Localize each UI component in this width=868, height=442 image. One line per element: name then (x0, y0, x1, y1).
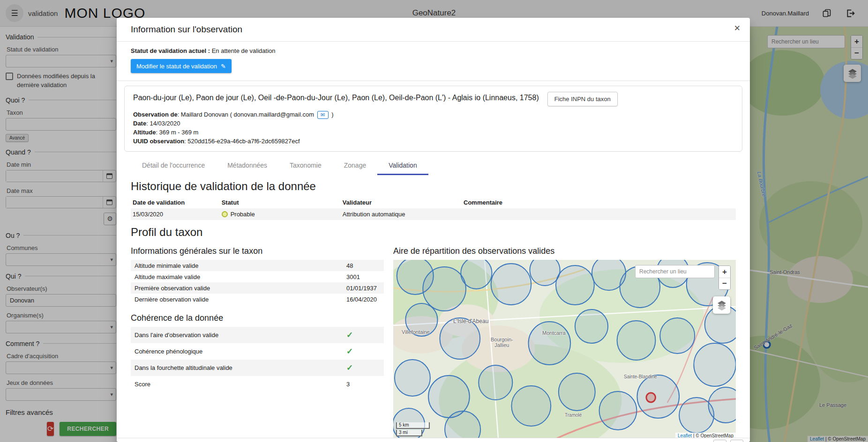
col-statut: Statut (222, 199, 343, 206)
info-value: 3001 (346, 273, 384, 280)
fiche-inpn-button[interactable]: Fiche INPN du taxon (547, 92, 618, 106)
place-label: Sainte-Blandine (624, 374, 657, 379)
infos-title: Informations générales sur le taxon (131, 246, 384, 256)
profil-columns: Informations générales sur le taxon Alti… (117, 242, 750, 439)
close-icon: ✕ (734, 24, 741, 33)
modifier-statut-button[interactable]: Modifier le statut de validation ✎ (131, 59, 232, 73)
historique-table: Date de validation Statut Validateur Com… (117, 197, 750, 220)
detail-tabs: Détail de l'occurrence Métadonnées Taxon… (131, 156, 736, 175)
map-scale-control: 5 km 3 mi (396, 422, 430, 436)
date-label: Date (133, 120, 146, 127)
info-row: Altitude maximale valide 3001 (131, 271, 384, 282)
coherence-row: Cohérence phénologique ✓ (131, 343, 384, 360)
coherence-table: Dans l'aire d'observation valide ✓ Cohér… (131, 327, 384, 392)
layers-icon (716, 300, 727, 311)
taxon-card-header: Paon-du-jour (Le), Paon de jour (Le), Oe… (133, 92, 733, 106)
uuid-value: : 520dd156-e29a-46cb-a7f6-2dc659827ecf (184, 138, 299, 145)
info-row: Première observation valide 01/01/1937 (131, 282, 384, 294)
coherence-title: Cohérence de la donnée (131, 313, 384, 323)
selected-observation-marker (646, 393, 655, 402)
statut-actuel-value: En attente de validation (212, 47, 276, 54)
envelope-icon: ✉ (321, 110, 325, 119)
score-label: Score (131, 381, 346, 388)
previous-observation-button[interactable]: ‹ (713, 440, 726, 442)
coherence-row: Dans l'aire d'observation valide ✓ (131, 327, 384, 343)
statut-actuel-label: Statut de validation actuel : (131, 47, 210, 54)
coherence-label: Cohérence phénologique (131, 348, 346, 355)
score-row: Score 3 (131, 376, 384, 392)
aire-title: Aire de répartition des observations val… (393, 246, 736, 256)
tab-zonage[interactable]: Zonage (333, 156, 377, 175)
taxon-title: Paon-du-jour (Le), Paon de jour (Le), Oe… (133, 92, 539, 104)
observation-info-modal: Information sur l'observation ✕ Statut d… (117, 18, 750, 442)
profil-left-column: Informations générales sur le taxon Alti… (131, 244, 384, 392)
info-row: Altitude minimale valide 48 (131, 260, 384, 271)
screen: Saint-Ondras Saint-André-le-Gaz Le Passa… (0, 0, 868, 442)
place-label: Montcarra (542, 330, 566, 336)
profil-title: Profil du taxon (131, 226, 736, 239)
cell-date: 15/03/2020 (131, 211, 222, 218)
uuid-label: UUID observation (133, 138, 184, 145)
place-label-line: Bourgoin- (491, 337, 513, 342)
place-label: Villefontaine (402, 329, 430, 335)
info-row: Dernière observation valide 16/04/2020 (131, 294, 384, 305)
coherence-label: Dans la fourchette altitudinale valide (131, 364, 346, 371)
distribution-map-search-input[interactable] (635, 265, 715, 278)
place-label: L'Isle-d'Abeau (453, 318, 488, 324)
cell-statut: Probable (222, 211, 343, 218)
tab-metadonnees[interactable]: Métadonnées (216, 156, 278, 175)
info-label: Première observation valide (131, 285, 346, 292)
info-label: Altitude minimale valide (131, 262, 346, 269)
close-button[interactable]: ✕ (734, 23, 741, 33)
pencil-icon: ✎ (221, 63, 226, 70)
modal-footer: ‹ › (117, 438, 750, 442)
historique-title: Historique de validation de la donnée (131, 180, 736, 193)
place-label: Bourgoin- Jallieu (491, 337, 513, 348)
email-button[interactable]: ✉ (317, 111, 329, 119)
historique-header-row: Date de validation Statut Validateur Com… (131, 197, 736, 208)
scale-mi: 3 mi (396, 430, 422, 436)
check-icon: ✓ (346, 363, 353, 372)
info-value: 01/01/1937 (346, 285, 384, 292)
col-date-validation: Date de validation (131, 199, 222, 206)
coherence-label: Dans l'aire d'observation valide (131, 332, 346, 339)
distribution-map-canvas (393, 260, 736, 439)
distribution-map[interactable]: Villefontaine L'Isle-d'Abeau Montcarra B… (393, 260, 736, 439)
observation-suffix: ) (331, 111, 333, 118)
tab-taxonomie[interactable]: Taxonomie (278, 156, 333, 175)
infos-table: Altitude minimale valide 48 Altitude max… (131, 260, 384, 305)
zoom-in-button[interactable]: + (719, 266, 730, 278)
modal-header: Information sur l'observation ✕ (117, 18, 750, 41)
uuid-line: UUID observation: 520dd156-e29a-46cb-a7f… (133, 137, 733, 146)
place-label: Tramolé (565, 413, 582, 418)
cell-validateur: Attribution automatique (343, 211, 464, 218)
layers-button[interactable] (713, 296, 730, 314)
score-value: 3 (346, 381, 384, 388)
info-value: 16/04/2020 (346, 296, 384, 303)
status-probable-icon (222, 211, 228, 217)
altitude-line: Altitude: 369 m - 369 m (133, 128, 733, 137)
col-validateur: Validateur (343, 199, 464, 206)
place-label-line: Jallieu (491, 342, 513, 348)
divider (117, 81, 750, 81)
observation-label: Observation de (133, 111, 178, 118)
check-icon: ✓ (346, 347, 353, 356)
taxon-card: Paon-du-jour (Le), Paon de jour (Le), Oe… (124, 86, 742, 152)
altitude-label: Altitude (133, 129, 156, 136)
next-observation-button[interactable]: › (730, 440, 743, 442)
info-label: Altitude maximale valide (131, 273, 346, 280)
info-value: 48 (346, 262, 384, 269)
tab-detail-occurrence[interactable]: Détail de l'occurrence (131, 156, 216, 175)
zoom-out-button[interactable]: − (719, 278, 730, 289)
historique-row: 15/03/2020 Probable Attribution automati… (131, 208, 736, 220)
coherence-row: Dans la fourchette altitudinale valide ✓ (131, 360, 384, 376)
tab-validation[interactable]: Validation (377, 156, 428, 175)
modal-title: Information sur l'observation (131, 24, 736, 35)
observation-line: Observation de: Maillard Donovan ( donov… (133, 110, 733, 119)
statut-section: Statut de validation actuel : En attente… (117, 42, 750, 81)
statut-line: Statut de validation actuel : En attente… (131, 47, 736, 54)
statut-text: Probable (231, 211, 255, 218)
check-icon: ✓ (346, 331, 353, 339)
profil-right-column: Aire de répartition des observations val… (393, 244, 736, 439)
info-label: Dernière observation valide (131, 296, 346, 303)
